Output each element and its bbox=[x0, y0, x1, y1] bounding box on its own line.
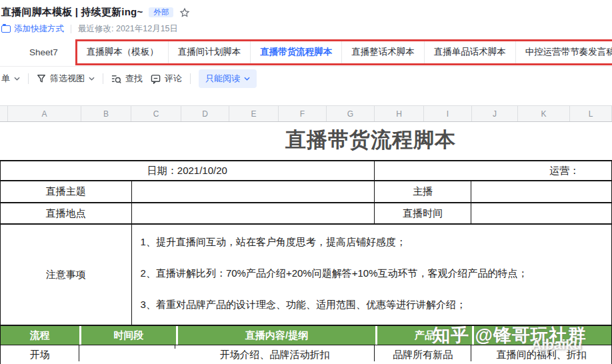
select-all-corner[interactable] bbox=[0, 106, 8, 121]
column-header-e[interactable]: E bbox=[229, 106, 279, 121]
chevron-down-icon bbox=[89, 77, 95, 81]
menu-partial-label: 单 bbox=[1, 73, 10, 85]
filter-view-label: 筛选视图 bbox=[50, 73, 85, 85]
note-line: 2、直播讲解比列：70%产品介绍+20%问题解答+10%互动环节，客观介绍产品的… bbox=[141, 266, 528, 280]
anchor-value-cell[interactable] bbox=[471, 181, 611, 202]
table-row: 开场 开场介绍、品牌活动折扣 品牌所有新品 直播间的福利、折扣 bbox=[1, 345, 611, 364]
note-line: 3、着重对品牌产品的设计理念、功能、适用范围、优惠等进行讲解介绍； bbox=[141, 297, 466, 311]
find-label: 查找 bbox=[125, 73, 143, 85]
column-header-j[interactable]: J bbox=[472, 106, 518, 121]
notes-label-cell[interactable]: 注意事项 bbox=[1, 225, 132, 325]
column-header-i[interactable]: I bbox=[424, 106, 472, 121]
comment-button[interactable]: 评论 bbox=[151, 73, 182, 85]
time-value-cell[interactable] bbox=[471, 203, 611, 223]
header-content-cell[interactable]: 直播内容/提纲 bbox=[178, 326, 375, 345]
content-cell[interactable]: 开场介绍、品牌活动折扣 bbox=[175, 345, 374, 361]
add-shortcut-button[interactable]: 添加快捷方式 bbox=[1, 23, 64, 35]
table-row: 日期：2021/10/20 运营： bbox=[1, 161, 611, 181]
theme-label-cell[interactable]: 直播主题 bbox=[1, 181, 132, 202]
column-header-d[interactable]: D bbox=[181, 106, 229, 121]
notes-content-cell[interactable]: 1、提升直播间互动，站在客户角度思考，提高店铺好感度； 2、直播讲解比列：70%… bbox=[132, 225, 611, 325]
header-last-cell[interactable] bbox=[474, 326, 611, 345]
column-header-c[interactable]: C bbox=[131, 106, 181, 121]
table-row: 直播地点 直播时间 bbox=[1, 203, 611, 225]
last-modified-text: 最近修改: 2021年12月15日 bbox=[78, 23, 178, 35]
folder-icon bbox=[1, 25, 11, 33]
spreadsheet-canvas[interactable]: 直播带货流程脚本 日期：2021/10/20 运营： 直播主题 主播 直播地点 … bbox=[0, 122, 612, 364]
readonly-mode-button[interactable]: 只能阅读 bbox=[199, 69, 257, 88]
header-product-cell[interactable]: 产品 bbox=[377, 326, 473, 345]
tab-operator-speech-script[interactable]: 中控运营带节奏发言稿 bbox=[516, 41, 612, 63]
script-table: 日期：2021/10/20 运营： 直播主题 主播 直播地点 直播时间 注意事项… bbox=[0, 160, 612, 364]
flow-cell[interactable]: 开场 bbox=[1, 345, 79, 361]
product-cell[interactable]: 品牌所有新品 bbox=[375, 345, 472, 361]
annotation-red-box: 直播脚本（模板） 直播间计划脚本 直播带货流程脚本 直播整话术脚本 直播单品话术… bbox=[75, 39, 612, 65]
table-row: 注意事项 1、提升直播间互动，站在客户角度思考，提高店铺好感度； 2、直播讲解比… bbox=[1, 225, 611, 326]
tab-live-script-template[interactable]: 直播脚本（模板） bbox=[77, 41, 169, 63]
toolbar: 单 筛选视图 查找 评论 只能阅读 bbox=[0, 67, 612, 91]
column-header-k[interactable]: K bbox=[518, 106, 570, 121]
sheet-main-title: 直播带货流程脚本 bbox=[129, 126, 612, 154]
external-badge: 外部 bbox=[149, 7, 173, 18]
sheet-tab-bar: Sheet7 直播脚本（模板） 直播间计划脚本 直播带货流程脚本 直播整话术脚本… bbox=[0, 38, 612, 67]
header-timeslot-cell[interactable]: 时间段 bbox=[81, 326, 177, 345]
location-label-cell[interactable]: 直播地点 bbox=[1, 203, 132, 223]
location-value-cell[interactable] bbox=[132, 203, 375, 223]
column-header-b[interactable]: B bbox=[81, 106, 131, 121]
operator-cell[interactable]: 运营： bbox=[375, 161, 611, 180]
tab-single-product-script[interactable]: 直播单品话术脚本 bbox=[425, 41, 516, 63]
menu-partial-button[interactable]: 单 bbox=[1, 73, 20, 85]
table-header-row: 流程 时间段 直播内容/提纲 产品 bbox=[1, 326, 611, 345]
header-flow-cell[interactable]: 流程 bbox=[1, 326, 79, 345]
tab-full-talk-script[interactable]: 直播整话术脚本 bbox=[342, 41, 425, 63]
find-button[interactable]: 查找 bbox=[111, 73, 143, 85]
add-shortcut-label: 添加快捷方式 bbox=[14, 23, 64, 35]
star-icon[interactable] bbox=[179, 7, 190, 18]
column-header-a[interactable]: A bbox=[8, 106, 81, 121]
divider bbox=[71, 25, 71, 33]
divider bbox=[190, 73, 191, 84]
tab-sheet7[interactable]: Sheet7 bbox=[12, 39, 75, 65]
theme-value-cell[interactable] bbox=[132, 181, 375, 202]
note-line: 1、提升直播间互动，站在客户角度思考，提高店铺好感度； bbox=[141, 235, 406, 249]
table-row: 直播主题 主播 bbox=[1, 181, 611, 203]
tab-live-sales-flow-script[interactable]: 直播带货流程脚本 bbox=[251, 41, 342, 63]
date-cell[interactable]: 日期：2021/10/20 bbox=[1, 161, 375, 180]
search-icon bbox=[111, 74, 121, 84]
column-header-h[interactable]: H bbox=[375, 106, 424, 121]
column-header-l[interactable]: L bbox=[570, 106, 612, 121]
chevron-down-icon bbox=[14, 77, 20, 81]
filter-view-button[interactable]: 筛选视图 bbox=[37, 73, 95, 85]
readonly-label: 只能阅读 bbox=[205, 73, 240, 85]
comment-label: 评论 bbox=[165, 73, 182, 85]
highlight-cell[interactable]: 直播间的福利、折扣 bbox=[471, 345, 611, 361]
comment-icon bbox=[151, 74, 161, 84]
funnel-icon bbox=[37, 74, 46, 83]
doc-header: 直播间脚本模板 | 持续更新ing~ 外部 添加快捷方式 最近修改: 2021年… bbox=[0, 0, 612, 38]
column-header-strip: A B C D E F G H I J K L bbox=[0, 105, 612, 122]
doc-title: 直播间脚本模板 | 持续更新ing~ bbox=[1, 6, 143, 19]
divider bbox=[28, 73, 29, 84]
anchor-label-cell[interactable]: 主播 bbox=[375, 181, 472, 202]
column-header-f[interactable]: F bbox=[279, 106, 327, 121]
time-label-cell[interactable]: 直播时间 bbox=[375, 203, 472, 223]
timeslot-cell[interactable] bbox=[79, 345, 176, 349]
column-header-g[interactable]: G bbox=[327, 106, 375, 121]
chevron-down-icon bbox=[244, 77, 250, 81]
divider bbox=[103, 73, 103, 84]
tab-live-plan-script[interactable]: 直播间计划脚本 bbox=[169, 41, 251, 63]
